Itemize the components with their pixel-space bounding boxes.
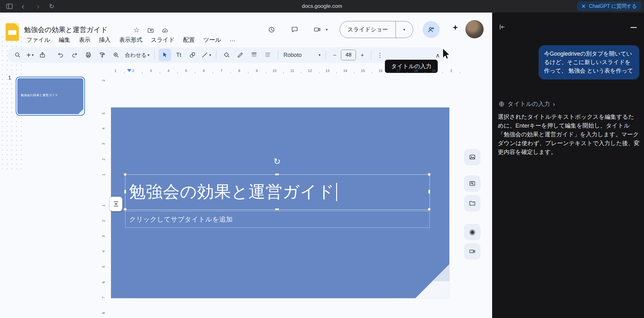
toolbar: + ▾ 合わせる ▾ <box>11 48 385 62</box>
search-icon[interactable] <box>11 49 24 61</box>
menu-file[interactable]: ファイル <box>26 36 50 44</box>
resize-handle-ne[interactable] <box>428 173 431 176</box>
font-size-decrease-icon[interactable]: − <box>330 49 340 61</box>
ruler-v-number: 7 <box>102 295 107 300</box>
ruler-h-tick <box>177 72 178 74</box>
slideshow-button[interactable]: スライドショー ▾ <box>340 21 413 38</box>
text-caret <box>336 183 337 201</box>
menu-slide[interactable]: スライド <box>151 36 175 44</box>
menu-tools[interactable]: ツール <box>203 36 221 44</box>
slideshow-caret-icon[interactable]: ▾ <box>396 27 413 32</box>
video-camera-icon <box>469 248 476 255</box>
meet-caret-icon[interactable]: ▾ <box>326 27 328 32</box>
menu-overflow[interactable]: … <box>230 36 236 44</box>
avatar[interactable] <box>465 20 484 38</box>
ruler-h-tick <box>460 72 460 74</box>
undo-icon[interactable] <box>54 49 67 61</box>
line-tool-button[interactable]: ▾ <box>200 49 212 61</box>
paint-format-icon[interactable] <box>96 49 108 61</box>
camera-button[interactable] <box>464 243 480 260</box>
border-dash-icon[interactable] <box>262 49 274 61</box>
cloud-status-icon[interactable] <box>162 27 169 34</box>
shape-tool-icon[interactable] <box>186 49 199 61</box>
ruler-h-tick <box>248 72 248 74</box>
menu-view[interactable]: 表示 <box>79 36 91 44</box>
zoom-icon[interactable] <box>110 49 122 61</box>
image-search-button[interactable] <box>464 175 480 192</box>
record-icon: ◉ <box>469 228 475 235</box>
fill-color-icon[interactable] <box>220 49 233 61</box>
slides-logo-icon[interactable] <box>6 23 19 41</box>
border-color-icon[interactable] <box>234 49 247 61</box>
ruler-h-number: 5 <box>183 69 189 73</box>
ruler-h-tick <box>319 72 319 74</box>
slide-canvas[interactable]: ↻ 勉強会の効果と運営ガイド クリックしてサブタイトルを追加 <box>111 107 449 298</box>
menu-arrange[interactable]: 配置 <box>183 36 195 44</box>
resize-handle-e[interactable] <box>428 189 430 194</box>
resize-handle-nw[interactable] <box>124 173 127 176</box>
select-tool-icon[interactable] <box>158 49 171 61</box>
share-add-person-button[interactable] <box>423 21 440 38</box>
text-fit-button[interactable] <box>110 197 122 211</box>
border-weight-icon[interactable] <box>248 49 260 61</box>
version-history-icon[interactable] <box>264 22 279 37</box>
comment-icon[interactable] <box>287 22 302 37</box>
browser-bar: ‹ › ↻ docs.google.com ✕ ChatGPT に質問する <box>0 0 644 13</box>
new-slide-button[interactable]: + ▾ <box>25 49 35 61</box>
zoom-fit-dropdown[interactable]: 合わせる ▾ <box>124 49 151 61</box>
close-icon[interactable]: ✕ <box>581 3 586 10</box>
slide-thumbnail[interactable]: 勉強会の効果と運営ガイド <box>16 77 85 116</box>
ruler-h-number: 13 <box>325 69 330 73</box>
redo-icon[interactable] <box>68 49 81 61</box>
text-fit-icon <box>113 200 119 207</box>
ruler-v-number: 3 <box>102 234 107 239</box>
font-size-input[interactable]: 48 <box>341 50 356 60</box>
address-bar[interactable]: docs.google.com <box>0 0 644 13</box>
toolbar-divider <box>154 51 155 59</box>
document-title[interactable]: 勉強会の効果と運営ガイド <box>24 25 108 35</box>
menu-edit[interactable]: 編集 <box>59 36 70 44</box>
move-folder-icon[interactable] <box>147 27 154 34</box>
rotate-handle-icon[interactable]: ↻ <box>272 156 282 167</box>
toolbar-divider <box>278 51 278 59</box>
subtitle-placeholder-box[interactable]: クリックしてサブタイトルを追加 <box>125 211 430 228</box>
minimize-icon[interactable] <box>630 27 637 28</box>
star-icon[interactable]: ☆ <box>133 26 140 34</box>
ruler-h-number: 2 <box>130 69 136 73</box>
ruler-h-tick <box>301 72 301 74</box>
resize-handle-sw[interactable] <box>124 208 127 211</box>
menu-format[interactable]: 表示形式 <box>119 36 142 44</box>
ruler-v-number: 5 <box>102 264 107 269</box>
font-family-dropdown[interactable]: Roboto ▾ <box>282 49 322 61</box>
logo-bar <box>8 30 16 35</box>
tool-call-row[interactable]: タイトルの入力 › <box>498 100 555 108</box>
record-button[interactable]: ◉ <box>464 224 480 240</box>
gemini-sparkle-icon[interactable] <box>452 24 459 31</box>
folder-button[interactable] <box>464 195 480 211</box>
font-size-increase-icon[interactable]: + <box>357 49 367 61</box>
chatgpt-ask-button[interactable]: ✕ ChatGPT に質問する <box>577 2 641 11</box>
ruler-h-number: 1 <box>113 69 118 73</box>
meet-camera-icon[interactable] <box>310 22 325 37</box>
resize-handle-w[interactable] <box>124 189 126 194</box>
chatgpt-ask-label: ChatGPT に質問する <box>589 3 637 10</box>
more-options-icon[interactable]: ⋮ <box>375 49 385 61</box>
ruler-v[interactable]: 25432112345678 <box>101 74 108 318</box>
share-export-icon[interactable] <box>36 49 49 61</box>
resize-handle-se[interactable] <box>428 208 431 211</box>
ruler-h[interactable]: 123456789101112131415161718192 <box>105 69 492 74</box>
print-icon[interactable] <box>82 49 95 61</box>
menu-insert[interactable]: 挿入 <box>99 36 111 44</box>
slideshow-label: スライドショー <box>340 26 396 33</box>
ruler-h-number: 16 <box>378 69 383 73</box>
ruler-v-number: 8 <box>102 310 107 315</box>
ruler-h-tick <box>266 72 266 74</box>
slides-app: 勉強会の効果と運営ガイド ☆ ファイル 編集 表示 挿入 表示形式 スライド 配… <box>0 13 492 318</box>
menu-bar: ファイル 編集 表示 挿入 表示形式 スライド 配置 ツール … <box>26 36 235 44</box>
insert-image-button[interactable] <box>464 149 480 165</box>
slide-thumbnail-fold <box>78 109 83 114</box>
text-box-tool-icon[interactable]: Tt <box>172 49 185 61</box>
ruler-v-number: 2 <box>102 78 107 83</box>
sidebar-collapse-icon[interactable] <box>498 23 506 31</box>
ruler-h-number: 6 <box>201 69 207 73</box>
